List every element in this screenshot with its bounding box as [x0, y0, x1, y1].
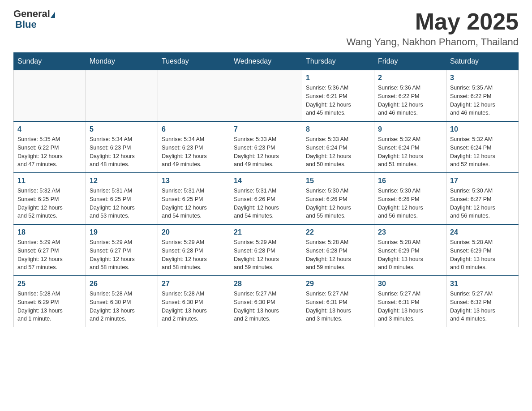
day-number: 13 [162, 177, 226, 185]
calendar-cell: 10Sunrise: 5:32 AM Sunset: 6:24 PM Dayli… [446, 121, 519, 173]
day-number: 25 [17, 280, 82, 288]
day-info: Sunrise: 5:36 AM Sunset: 6:21 PM Dayligh… [306, 84, 370, 117]
calendar-cell: 9Sunrise: 5:32 AM Sunset: 6:24 PM Daylig… [374, 121, 446, 173]
day-number: 15 [306, 177, 370, 185]
day-number: 7 [234, 125, 298, 133]
day-info: Sunrise: 5:28 AM Sunset: 6:29 PM Dayligh… [378, 238, 442, 272]
day-info: Sunrise: 5:31 AM Sunset: 6:25 PM Dayligh… [90, 187, 154, 220]
calendar-header-row: SundayMondayTuesdayWednesdayThursdayFrid… [14, 53, 519, 70]
calendar-cell: 22Sunrise: 5:28 AM Sunset: 6:28 PM Dayli… [302, 224, 374, 276]
calendar-cell: 25Sunrise: 5:28 AM Sunset: 6:29 PM Dayli… [14, 276, 86, 327]
calendar-cell: 8Sunrise: 5:33 AM Sunset: 6:24 PM Daylig… [302, 121, 374, 173]
day-info: Sunrise: 5:28 AM Sunset: 6:29 PM Dayligh… [450, 238, 515, 272]
day-info: Sunrise: 5:34 AM Sunset: 6:23 PM Dayligh… [162, 135, 226, 169]
calendar-cell: 24Sunrise: 5:28 AM Sunset: 6:29 PM Dayli… [446, 224, 519, 276]
day-info: Sunrise: 5:29 AM Sunset: 6:27 PM Dayligh… [17, 238, 82, 272]
day-info: Sunrise: 5:28 AM Sunset: 6:30 PM Dayligh… [90, 290, 154, 323]
logo-blue-text: Blue [15, 19, 37, 30]
day-number: 16 [378, 177, 442, 185]
day-number: 27 [162, 280, 226, 288]
day-info: Sunrise: 5:32 AM Sunset: 6:24 PM Dayligh… [450, 135, 515, 169]
location-title: Wang Yang, Nakhon Phanom, Thailand [347, 36, 519, 48]
calendar-cell: 1Sunrise: 5:36 AM Sunset: 6:21 PM Daylig… [302, 70, 374, 122]
day-info: Sunrise: 5:32 AM Sunset: 6:24 PM Dayligh… [378, 135, 442, 169]
title-section: May 2025 Wang Yang, Nakhon Phanom, Thail… [347, 9, 519, 48]
calendar-cell: 15Sunrise: 5:30 AM Sunset: 6:26 PM Dayli… [302, 173, 374, 224]
day-info: Sunrise: 5:27 AM Sunset: 6:31 PM Dayligh… [378, 290, 442, 323]
column-header-tuesday: Tuesday [158, 53, 230, 70]
calendar-cell: 20Sunrise: 5:29 AM Sunset: 6:28 PM Dayli… [158, 224, 230, 276]
calendar-cell: 27Sunrise: 5:28 AM Sunset: 6:30 PM Dayli… [158, 276, 230, 327]
day-number: 11 [17, 177, 82, 185]
calendar-week-row: 18Sunrise: 5:29 AM Sunset: 6:27 PM Dayli… [14, 224, 519, 276]
day-number: 4 [17, 125, 82, 133]
day-info: Sunrise: 5:35 AM Sunset: 6:22 PM Dayligh… [17, 135, 82, 169]
calendar-cell: 21Sunrise: 5:29 AM Sunset: 6:28 PM Dayli… [230, 224, 302, 276]
day-number: 21 [234, 228, 298, 236]
day-info: Sunrise: 5:27 AM Sunset: 6:30 PM Dayligh… [234, 290, 298, 323]
calendar-cell: 4Sunrise: 5:35 AM Sunset: 6:22 PM Daylig… [14, 121, 86, 173]
calendar-week-row: 25Sunrise: 5:28 AM Sunset: 6:29 PM Dayli… [14, 276, 519, 327]
day-number: 12 [90, 177, 154, 185]
day-number: 14 [234, 177, 298, 185]
day-number: 5 [90, 125, 154, 133]
day-info: Sunrise: 5:32 AM Sunset: 6:25 PM Dayligh… [17, 187, 82, 220]
calendar-cell: 6Sunrise: 5:34 AM Sunset: 6:23 PM Daylig… [158, 121, 230, 173]
calendar-cell: 2Sunrise: 5:36 AM Sunset: 6:22 PM Daylig… [374, 70, 446, 122]
calendar-cell: 26Sunrise: 5:28 AM Sunset: 6:30 PM Dayli… [86, 276, 158, 327]
calendar-cell: 5Sunrise: 5:34 AM Sunset: 6:23 PM Daylig… [86, 121, 158, 173]
calendar-cell: 11Sunrise: 5:32 AM Sunset: 6:25 PM Dayli… [14, 173, 86, 224]
calendar-cell: 17Sunrise: 5:30 AM Sunset: 6:27 PM Dayli… [446, 173, 519, 224]
calendar-table: SundayMondayTuesdayWednesdayThursdayFrid… [13, 52, 519, 327]
calendar-cell: 19Sunrise: 5:29 AM Sunset: 6:27 PM Dayli… [86, 224, 158, 276]
day-number: 9 [378, 125, 442, 133]
day-number: 10 [450, 125, 515, 133]
day-number: 17 [450, 177, 515, 185]
day-number: 22 [306, 228, 370, 236]
day-number: 2 [378, 74, 442, 82]
day-number: 18 [17, 228, 82, 236]
day-number: 29 [306, 280, 370, 288]
calendar-cell [158, 70, 230, 122]
day-number: 26 [90, 280, 154, 288]
day-info: Sunrise: 5:29 AM Sunset: 6:28 PM Dayligh… [234, 238, 298, 272]
day-info: Sunrise: 5:27 AM Sunset: 6:31 PM Dayligh… [306, 290, 370, 323]
day-number: 8 [306, 125, 370, 133]
day-info: Sunrise: 5:28 AM Sunset: 6:28 PM Dayligh… [306, 238, 370, 272]
calendar-cell: 30Sunrise: 5:27 AM Sunset: 6:31 PM Dayli… [374, 276, 446, 327]
calendar-cell: 14Sunrise: 5:31 AM Sunset: 6:26 PM Dayli… [230, 173, 302, 224]
calendar-cell: 28Sunrise: 5:27 AM Sunset: 6:30 PM Dayli… [230, 276, 302, 327]
day-info: Sunrise: 5:28 AM Sunset: 6:29 PM Dayligh… [17, 290, 82, 323]
calendar-cell: 12Sunrise: 5:31 AM Sunset: 6:25 PM Dayli… [86, 173, 158, 224]
day-info: Sunrise: 5:31 AM Sunset: 6:25 PM Dayligh… [162, 187, 226, 220]
calendar-cell: 7Sunrise: 5:33 AM Sunset: 6:23 PM Daylig… [230, 121, 302, 173]
calendar-cell: 13Sunrise: 5:31 AM Sunset: 6:25 PM Dayli… [158, 173, 230, 224]
column-header-wednesday: Wednesday [230, 53, 302, 70]
day-number: 28 [234, 280, 298, 288]
page-header: General Blue May 2025 Wang Yang, Nakhon … [13, 9, 519, 48]
column-header-saturday: Saturday [446, 53, 519, 70]
day-number: 1 [306, 74, 370, 82]
calendar-cell: 29Sunrise: 5:27 AM Sunset: 6:31 PM Dayli… [302, 276, 374, 327]
day-number: 24 [450, 228, 515, 236]
day-info: Sunrise: 5:31 AM Sunset: 6:26 PM Dayligh… [234, 187, 298, 220]
day-info: Sunrise: 5:34 AM Sunset: 6:23 PM Dayligh… [90, 135, 154, 169]
calendar-cell: 16Sunrise: 5:30 AM Sunset: 6:26 PM Dayli… [374, 173, 446, 224]
day-info: Sunrise: 5:33 AM Sunset: 6:24 PM Dayligh… [306, 135, 370, 169]
day-number: 23 [378, 228, 442, 236]
day-number: 31 [450, 280, 515, 288]
day-info: Sunrise: 5:30 AM Sunset: 6:26 PM Dayligh… [378, 187, 442, 220]
logo: General Blue [13, 9, 56, 30]
day-number: 3 [450, 74, 515, 82]
calendar-week-row: 1Sunrise: 5:36 AM Sunset: 6:21 PM Daylig… [14, 70, 519, 122]
day-number: 6 [162, 125, 226, 133]
calendar-cell: 31Sunrise: 5:27 AM Sunset: 6:32 PM Dayli… [446, 276, 519, 327]
calendar-cell: 18Sunrise: 5:29 AM Sunset: 6:27 PM Dayli… [14, 224, 86, 276]
day-number: 19 [90, 228, 154, 236]
column-header-thursday: Thursday [302, 53, 374, 70]
day-info: Sunrise: 5:30 AM Sunset: 6:27 PM Dayligh… [450, 187, 515, 220]
calendar-cell [14, 70, 86, 122]
calendar-cell: 23Sunrise: 5:28 AM Sunset: 6:29 PM Dayli… [374, 224, 446, 276]
column-header-monday: Monday [86, 53, 158, 70]
logo-general-text: General [13, 9, 50, 19]
